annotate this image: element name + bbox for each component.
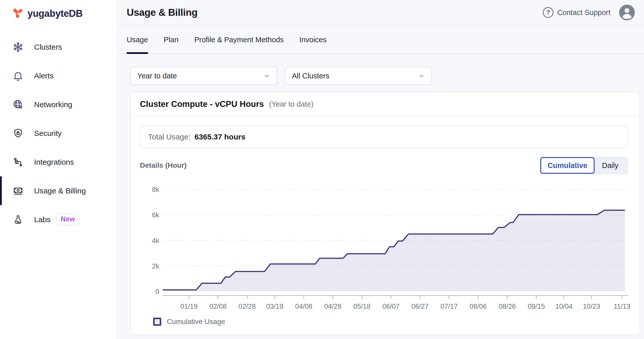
chart-legend[interactable]: Cumulative Usage xyxy=(153,318,225,326)
globe-gear-icon xyxy=(13,99,23,110)
x-axis-tick-label: 04/08 xyxy=(295,303,312,310)
x-axis-tick-label: 01/19 xyxy=(180,303,198,310)
active-tab-indicator xyxy=(127,52,148,54)
cluster-select[interactable]: All Clusters xyxy=(285,67,432,85)
x-axis-tick-label: 11/13 xyxy=(614,303,631,310)
flask-icon xyxy=(13,214,23,225)
filters-row: Year to date All Clusters xyxy=(130,67,432,85)
new-badge: New xyxy=(56,214,80,225)
tab-label: Usage xyxy=(127,36,148,44)
sidebar-item-integrations[interactable]: Integrations xyxy=(0,148,117,176)
tab-invoices[interactable]: Invoices xyxy=(299,26,326,53)
sidebar-item-networking[interactable]: Networking xyxy=(0,90,117,119)
x-axis-tick-label: 06/07 xyxy=(382,303,400,310)
sidebar-item-usage-billing[interactable]: Usage & Billing xyxy=(0,176,117,205)
sidebar-nav: ClustersAlertsNetworkingSecurityIntegrat… xyxy=(0,33,117,234)
tab-label: Plan xyxy=(164,36,179,44)
y-axis-tick-label: 0 xyxy=(155,288,159,295)
x-axis-tick-label: 07/17 xyxy=(441,303,458,310)
sidebar-item-label: Integrations xyxy=(34,158,74,166)
tab-plan[interactable]: Plan xyxy=(164,26,179,53)
usage-card-header: Cluster Compute - vCPU Hours (Year to da… xyxy=(131,92,639,117)
legend-marker-icon xyxy=(153,318,161,326)
total-usage-box: Total Usage: 6365.37 hours xyxy=(140,126,628,148)
total-usage-label: Total Usage: xyxy=(148,133,191,141)
bell-icon xyxy=(13,70,23,81)
time-range-select[interactable]: Year to date xyxy=(130,67,277,85)
view-toggle: Cumulative Daily xyxy=(540,157,628,174)
chevron-down-icon xyxy=(418,73,425,79)
y-axis-tick-label: 8k xyxy=(152,187,159,193)
x-axis-tick-label: 03/19 xyxy=(266,303,283,310)
x-axis-tick-label: 10/04 xyxy=(555,303,573,310)
sidebar-item-security[interactable]: Security xyxy=(0,119,117,148)
page-title: Usage & Billing xyxy=(127,7,198,18)
sidebar-item-label: Alerts xyxy=(34,72,54,80)
usage-card-subtitle: (Year to date) xyxy=(269,100,314,108)
sidebar-item-label: Clusters xyxy=(34,43,62,51)
tab-label: Profile & Payment Methods xyxy=(194,36,284,44)
logo-text: yugabyteDB xyxy=(27,8,83,19)
billing-icon xyxy=(13,186,23,196)
chevron-down-icon xyxy=(264,73,270,79)
main-content: Usage & Billing ? Contact Support UsageP… xyxy=(118,0,644,339)
x-axis-tick-label: 09/15 xyxy=(528,303,545,310)
tab-bar: UsagePlanProfile & Payment MethodsInvoic… xyxy=(118,26,644,54)
x-axis-tick-label: 08/26 xyxy=(499,303,516,310)
clusters-icon xyxy=(13,42,23,52)
x-axis-tick-label: 08/06 xyxy=(470,303,487,310)
user-avatar[interactable] xyxy=(619,5,635,20)
usage-card: Cluster Compute - vCPU Hours (Year to da… xyxy=(130,92,640,335)
x-axis-tick-label: 02/08 xyxy=(209,303,227,310)
sidebar-item-clusters[interactable]: Clusters xyxy=(0,33,117,61)
help-icon: ? xyxy=(543,7,553,18)
contact-support-button[interactable]: ? Contact Support xyxy=(543,7,610,18)
sidebar-item-labs[interactable]: LabsNew xyxy=(0,205,117,234)
sidebar-item-label: Usage & Billing xyxy=(34,187,86,195)
daily-toggle-button[interactable]: Daily xyxy=(593,157,628,174)
time-range-value: Year to date xyxy=(137,72,177,80)
logo[interactable]: yugabyteDB xyxy=(0,0,117,19)
sidebar-item-label: Networking xyxy=(34,100,72,109)
details-row: Details (Hour) Cumulative Daily xyxy=(140,156,628,175)
sidebar: yugabyteDB ClustersAlertsNetworkingSecur… xyxy=(0,0,118,339)
sidebar-item-label: Labs xyxy=(34,215,51,224)
cluster-select-value: All Clusters xyxy=(292,72,329,80)
x-axis-tick-label: 05/18 xyxy=(353,303,371,310)
x-axis-tick-label: 10/23 xyxy=(583,303,600,310)
tab-usage[interactable]: Usage xyxy=(127,26,148,53)
tab-label: Invoices xyxy=(299,36,326,44)
cumulative-usage-area-chart: 02k4k6k8k01/1902/0802/2803/1904/0804/280… xyxy=(137,187,631,315)
total-usage-value: 6365.37 hours xyxy=(195,133,245,141)
topbar: Usage & Billing ? Contact Support xyxy=(118,0,644,25)
details-label: Details (Hour) xyxy=(140,161,187,170)
x-axis-tick-label: 02/28 xyxy=(239,303,256,310)
usage-chart: 02k4k6k8k01/1902/0802/2803/1904/0804/280… xyxy=(137,187,631,315)
sidebar-item-alerts[interactable]: Alerts xyxy=(0,61,117,90)
cumulative-toggle-button[interactable]: Cumulative xyxy=(540,157,595,174)
yugabytedb-logo-icon xyxy=(12,8,23,19)
usage-card-title: Cluster Compute - vCPU Hours xyxy=(140,99,264,109)
y-axis-tick-label: 6k xyxy=(152,211,159,219)
tab-profile-payment-methods[interactable]: Profile & Payment Methods xyxy=(194,26,284,53)
x-axis-tick-label: 04/28 xyxy=(324,303,342,310)
area-fill xyxy=(163,210,625,291)
contact-support-label: Contact Support xyxy=(557,8,610,17)
shield-lock-icon xyxy=(13,128,23,139)
sidebar-item-label: Security xyxy=(34,129,62,138)
active-indicator xyxy=(0,176,2,205)
integrations-icon xyxy=(13,157,23,167)
x-axis-tick-label: 06/27 xyxy=(412,303,429,310)
y-axis-tick-label: 2k xyxy=(152,262,159,270)
y-axis-tick-label: 4k xyxy=(152,237,159,245)
legend-label: Cumulative Usage xyxy=(167,318,225,326)
